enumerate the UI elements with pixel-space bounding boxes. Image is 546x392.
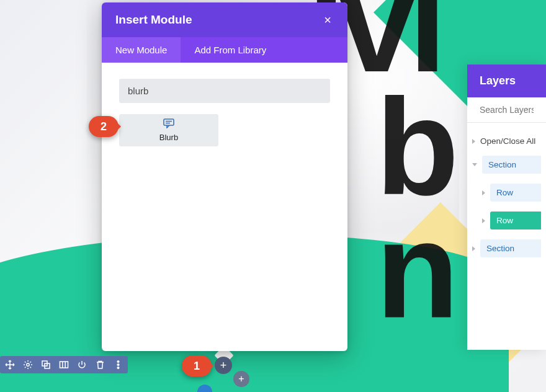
svg-point-9 [117,360,119,362]
gear-icon[interactable] [22,359,34,370]
layers-tree: Open/Close All Section Row Row Section [467,123,546,262]
layers-open-close-all[interactable]: Open/Close All [467,131,546,151]
layer-row-active[interactable]: Row [467,207,546,234]
caret-down-icon [472,163,477,166]
layers-title: Layers [467,65,546,97]
layer-label: Section [482,156,541,174]
layer-row[interactable]: Row [467,179,546,207]
layers-search-input[interactable] [467,97,546,123]
annotation-marker-1: 1 [182,355,212,376]
layer-label: Row [490,184,541,202]
caret-icon [472,246,475,251]
tab-new-module[interactable]: New Module [102,37,181,63]
layers-panel: Layers Open/Close All Section Row Row Se… [467,65,546,350]
power-icon[interactable] [76,359,87,370]
insert-module-modal: Insert Module × New Module Add From Libr… [102,2,347,351]
module-grid: Blurb [119,114,330,146]
blurb-icon [163,118,174,131]
module-label: Blurb [159,133,178,142]
caret-icon [472,139,475,144]
svg-point-3 [27,363,29,366]
layer-section[interactable]: Section [467,151,546,179]
module-blurb[interactable]: Blurb [119,114,218,146]
svg-point-10 [117,363,119,365]
tab-add-from-library[interactable]: Add From Library [181,37,280,63]
svg-point-11 [117,367,119,368]
modal-tabs: New Module Add From Library [102,37,347,63]
columns-icon[interactable] [58,359,69,370]
layer-section[interactable]: Section [467,234,546,262]
duplicate-icon[interactable] [40,359,51,370]
annotation-marker-2: 2 [89,116,119,137]
modal-title: Insert Module [115,13,192,27]
layer-label: Section [480,239,541,257]
add-module-button[interactable]: + [215,357,232,374]
add-row-button[interactable]: + [233,371,249,387]
modal-body: Blurb [102,63,347,351]
module-search-input[interactable] [119,79,330,103]
move-icon[interactable] [4,359,16,370]
modal-header: Insert Module × [102,2,347,37]
caret-icon [482,218,485,223]
svg-rect-6 [60,362,68,368]
caret-icon [482,190,485,195]
more-icon[interactable] [112,359,123,370]
row-toolbar [0,356,128,373]
layer-label: Row [490,212,541,229]
svg-rect-0 [164,119,174,125]
close-icon[interactable]: × [321,11,334,29]
trash-icon[interactable] [94,359,105,370]
